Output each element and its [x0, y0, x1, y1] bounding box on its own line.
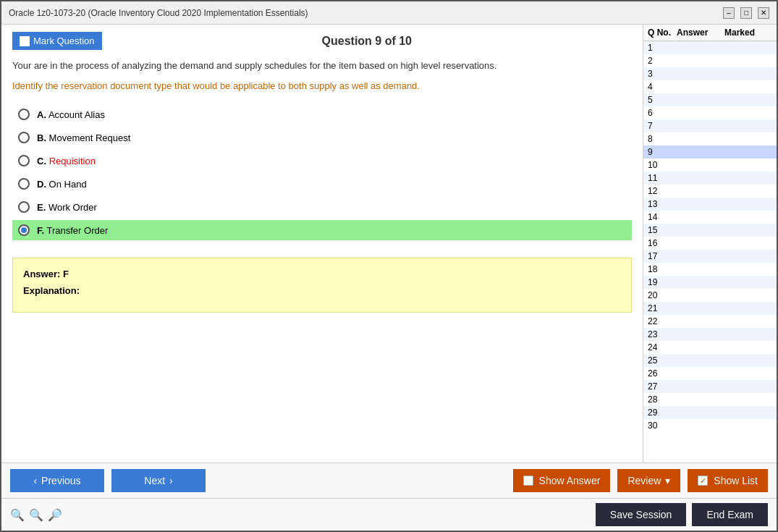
- question-list-item[interactable]: 24: [643, 341, 777, 354]
- question-number: 29: [648, 408, 677, 418]
- question-marked: [724, 329, 772, 339]
- show-answer-button[interactable]: Show Answer: [513, 469, 611, 492]
- question-list-item[interactable]: 11: [643, 172, 777, 185]
- question-answer: [677, 56, 724, 66]
- question-list-item[interactable]: 12: [643, 185, 777, 198]
- question-marked: [724, 160, 772, 170]
- minimize-button[interactable]: –: [723, 7, 735, 19]
- question-list-item[interactable]: 6: [643, 106, 777, 119]
- next-button[interactable]: Next ›: [111, 469, 206, 492]
- show-list-label: Show List: [714, 475, 758, 486]
- question-list-item[interactable]: 26: [643, 367, 777, 380]
- question-number: 13: [648, 199, 677, 209]
- zoom-reset-button[interactable]: 🔍: [29, 508, 43, 522]
- explanation-text: Explanation:: [23, 285, 621, 296]
- left-panel: Mark Question Question 9 of 10 Your are …: [1, 25, 643, 463]
- option-b-label: B. Movement Request: [37, 132, 130, 143]
- previous-chevron-icon: ‹: [33, 475, 37, 486]
- save-session-button[interactable]: Save Session: [596, 503, 687, 526]
- question-answer: [677, 408, 724, 418]
- question-marked: [724, 95, 772, 105]
- question-list-item[interactable]: 20: [643, 289, 777, 302]
- question-list-item[interactable]: 28: [643, 393, 777, 406]
- very-bottom-bar: 🔍 🔍 🔎 Save Session End Exam: [1, 498, 777, 531]
- question-marked: [724, 108, 772, 118]
- question-number: 16: [648, 238, 677, 248]
- question-list-item[interactable]: 29: [643, 406, 777, 419]
- question-answer: [677, 147, 724, 157]
- question-number: 10: [648, 160, 677, 170]
- question-marked: [724, 199, 772, 209]
- option-d-radio: [18, 178, 30, 190]
- zoom-out-button[interactable]: 🔍: [10, 508, 25, 522]
- review-dropdown-icon: ▾: [665, 475, 670, 486]
- question-number: 24: [648, 342, 677, 352]
- question-list-item[interactable]: 14: [643, 211, 777, 224]
- option-c[interactable]: C. Requisition: [12, 151, 632, 171]
- mark-question-button[interactable]: Mark Question: [12, 32, 102, 50]
- question-marked: [724, 134, 772, 144]
- question-marked: [724, 316, 772, 326]
- option-d-label: D. On Hand: [37, 179, 87, 190]
- question-list-item[interactable]: 2: [643, 54, 777, 67]
- option-e[interactable]: E. Work Order: [12, 197, 632, 217]
- question-number: 19: [648, 277, 677, 287]
- question-list-item[interactable]: 18: [643, 263, 777, 276]
- show-answer-label: Show Answer: [539, 475, 601, 486]
- question-answer: [677, 316, 724, 326]
- question-list-item[interactable]: 17: [643, 250, 777, 263]
- option-c-radio: [18, 155, 30, 166]
- question-answer: [677, 95, 724, 105]
- question-list-item[interactable]: 23: [643, 328, 777, 341]
- mark-checkbox-icon: [20, 36, 30, 46]
- question-answer: [677, 82, 724, 92]
- question-list-item[interactable]: 9: [643, 145, 777, 159]
- maximize-button[interactable]: □: [740, 7, 752, 19]
- question-list-item[interactable]: 16: [643, 237, 777, 250]
- review-button[interactable]: Review ▾: [617, 469, 680, 492]
- option-b[interactable]: B. Movement Request: [12, 127, 632, 148]
- question-list-item[interactable]: 10: [643, 159, 777, 172]
- option-a[interactable]: A. Account Alias: [12, 104, 632, 124]
- question-list-item[interactable]: 27: [643, 380, 777, 393]
- question-marked: [724, 147, 772, 157]
- question-list-item[interactable]: 30: [643, 419, 777, 432]
- question-list-item[interactable]: 19: [643, 276, 777, 289]
- option-b-radio: [18, 132, 30, 143]
- question-answer: [677, 381, 724, 392]
- question-list-item[interactable]: 4: [643, 80, 777, 93]
- question-marked: [724, 225, 772, 235]
- option-f[interactable]: F. Transfer Order: [12, 220, 632, 240]
- question-list-item[interactable]: 5: [643, 93, 777, 106]
- question-list-item[interactable]: 8: [643, 132, 777, 145]
- question-marked: [724, 342, 772, 352]
- header-answer: Answer: [677, 28, 724, 38]
- question-list-item[interactable]: 21: [643, 302, 777, 315]
- zoom-in-button[interactable]: 🔎: [48, 508, 62, 522]
- question-answer: [677, 69, 724, 79]
- question-marked: [724, 43, 772, 53]
- end-exam-button[interactable]: End Exam: [692, 503, 768, 526]
- close-button[interactable]: ✕: [758, 7, 769, 19]
- question-list-item[interactable]: 22: [643, 315, 777, 328]
- question-answer: [677, 290, 724, 300]
- option-d[interactable]: D. On Hand: [12, 174, 632, 194]
- question-list-item[interactable]: 1: [643, 41, 777, 54]
- question-list-item[interactable]: 15: [643, 224, 777, 237]
- previous-button[interactable]: ‹ Previous: [10, 469, 104, 492]
- question-number: 21: [648, 303, 677, 313]
- question-answer: [677, 277, 724, 287]
- bottom-right-buttons: Save Session End Exam: [596, 503, 768, 526]
- question-number: 25: [648, 355, 677, 366]
- show-list-button[interactable]: ✓ Show List: [688, 469, 768, 492]
- question-list-item[interactable]: 3: [643, 67, 777, 80]
- question-answer: [677, 199, 724, 209]
- question-list-item[interactable]: 7: [643, 119, 777, 132]
- question-list-item[interactable]: 25: [643, 354, 777, 367]
- question-list[interactable]: 1234567891011121314151617181920212223242…: [643, 41, 777, 463]
- question-number: 15: [648, 225, 677, 235]
- question-list-item[interactable]: 13: [643, 198, 777, 211]
- question-number: 11: [648, 173, 677, 183]
- question-marked: [724, 82, 772, 92]
- main-window: Oracle 1z0-1073-20 (Oracle Inventory Clo…: [0, 0, 778, 532]
